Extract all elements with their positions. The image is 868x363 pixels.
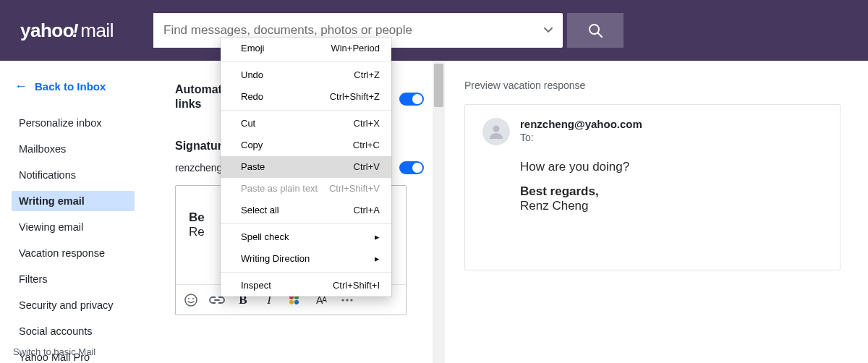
ctx-cut[interactable]: Cut Ctrl+X [221,113,391,134]
settings-sidebar: ← Back to Inbox Personalize inbox Mailbo… [0,61,153,363]
auto-links-title-line2: links [175,98,201,110]
ctx-separator [221,272,391,273]
preview-body: How are you doing? Best regards, Renz Ch… [520,160,822,213]
search-dropdown-caret[interactable] [533,13,563,48]
preview-header: renzcheng@yahoo.com To: [482,118,822,145]
ctx-separator [221,110,391,111]
smile-icon [184,293,198,307]
preview-title: Preview vacation response [464,80,848,91]
svg-point-3 [188,298,190,299]
sidebar-item-vacation-response[interactable]: Vacation response [0,243,153,263]
sidebar-item-security[interactable]: Security and privacy [0,295,153,315]
ctx-redo[interactable]: Redo Ctrl+Shift+Z [221,86,391,108]
settings-scrollbar[interactable] [433,61,445,363]
sidebar-item-social[interactable]: Social accounts [0,321,153,341]
auto-links-toggle[interactable] [399,93,424,106]
ctx-spellcheck[interactable]: Spell check ▸ [221,226,391,248]
arrow-left-icon: ← [14,80,27,93]
ctx-undo[interactable]: Undo Ctrl+Z [221,64,391,86]
vacation-preview-panel: Preview vacation response renzcheng@yaho… [464,80,848,270]
preview-body-line3: Renz Cheng [520,199,822,213]
svg-point-6 [346,299,348,301]
signature-toggle[interactable] [399,161,424,174]
search-icon [587,22,603,38]
ctx-paste-plain[interactable]: Paste as plain text Ctrl+Shift+V [221,178,391,200]
svg-line-1 [598,33,603,38]
preview-body-line2: Best regards, [520,184,822,199]
logo-brand: yahoo [20,20,74,42]
signature-user-label: renzcheng [175,162,222,174]
sidebar-item-notifications[interactable]: Notifications [0,165,153,185]
chevron-right-icon: ▸ [375,230,380,244]
sidebar-item-filters[interactable]: Filters [0,269,153,289]
user-icon [488,123,505,140]
svg-point-7 [350,299,352,301]
auto-links-title-line1: Automat [175,83,222,95]
logo: yahoo ! mail [20,20,114,42]
ctx-inspect[interactable]: Inspect Ctrl+Shift+I [221,275,391,296]
preview-body-line1: How are you doing? [520,160,822,174]
preview-from: renzcheng@yahoo.com [520,118,642,130]
chevron-right-icon: ▸ [375,252,380,266]
toolbar-emoji-button[interactable] [183,292,199,308]
ctx-select-all[interactable]: Select all Ctrl+A [221,200,391,221]
ctx-separator [221,223,391,224]
back-to-inbox-link[interactable]: ← Back to Inbox [0,75,153,97]
preview-message-box: renzcheng@yahoo.com To: How are you doin… [464,104,841,270]
avatar [482,118,510,145]
settings-nav-list: Personalize inbox Mailboxes Notification… [0,113,153,363]
context-menu: Emoji Win+Period Undo Ctrl+Z Redo Ctrl+S… [221,38,391,296]
sidebar-item-viewing-email[interactable]: Viewing email [0,217,153,237]
ctx-emoji[interactable]: Emoji Win+Period [221,38,391,59]
search-button[interactable] [567,13,624,48]
ctx-paste[interactable]: Paste Ctrl+V [221,156,391,178]
app-header: yahoo ! mail [0,0,868,61]
svg-point-4 [192,298,194,299]
scrollbar-thumb[interactable] [434,64,443,107]
svg-point-5 [341,299,344,301]
ctx-copy[interactable]: Copy Ctrl+C [221,134,391,156]
ctx-separator [221,61,391,62]
logo-bang: ! [72,20,78,42]
ctx-writing-direction[interactable]: Writing Direction ▸ [221,248,391,270]
chevron-down-icon [544,27,553,33]
sidebar-item-mailboxes[interactable]: Mailboxes [0,139,153,159]
logo-suffix: mail [80,20,114,42]
switch-to-basic-link[interactable]: Switch to basic Mail [13,339,158,357]
sidebar-item-writing-email[interactable]: Writing email [12,191,135,211]
ellipsis-icon [341,298,354,302]
svg-point-2 [185,294,197,306]
back-label: Back to Inbox [35,80,106,93]
sidebar-item-personalize[interactable]: Personalize inbox [0,113,153,133]
preview-to-label: To: [520,132,642,143]
svg-point-8 [493,126,500,132]
